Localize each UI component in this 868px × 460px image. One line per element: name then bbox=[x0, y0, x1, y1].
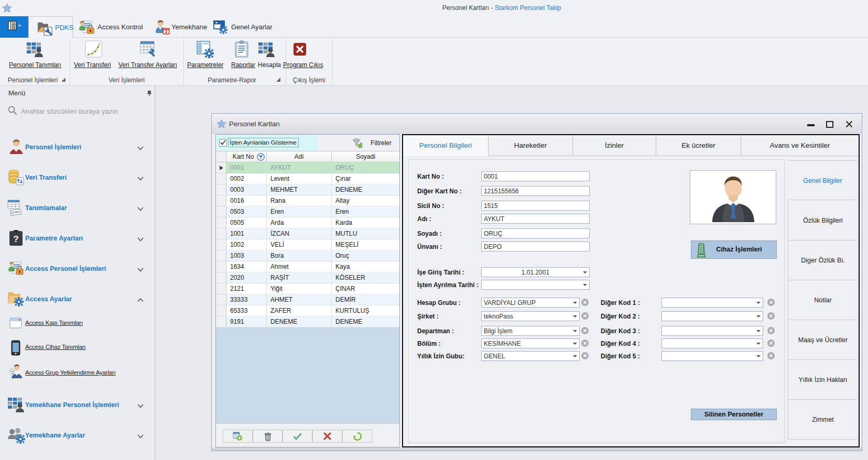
svg-text:?: ? bbox=[13, 234, 18, 244]
svg-text:1: 1 bbox=[165, 29, 167, 34]
